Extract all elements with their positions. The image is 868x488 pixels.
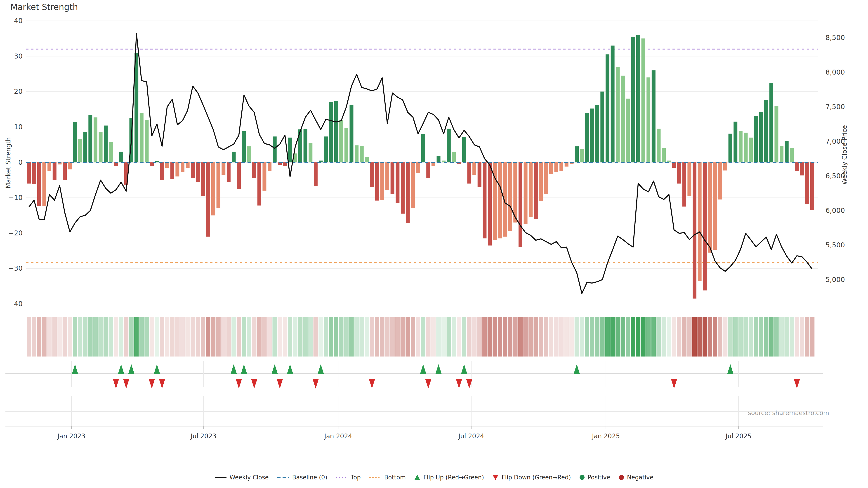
flip-down-marker <box>794 379 800 389</box>
strength-bar <box>692 162 696 299</box>
heatmap-cell <box>662 317 666 357</box>
heatmap-cell <box>605 317 610 357</box>
heatmap-cell <box>98 317 103 357</box>
flip-up-marker <box>154 364 160 374</box>
heatmap-cell <box>298 317 303 357</box>
strength-bar <box>396 162 399 203</box>
strength-bar <box>764 100 768 162</box>
strength-bar <box>273 136 277 162</box>
heatmap-cell <box>375 317 379 357</box>
left-axis-tick: −10 <box>8 194 23 201</box>
heatmap-cell <box>88 317 93 357</box>
strength-bar <box>785 141 789 162</box>
solid-line-swatch <box>215 477 226 478</box>
heatmap-cell <box>32 317 36 357</box>
heatmap-cell <box>549 317 554 357</box>
strength-bar <box>452 152 456 162</box>
strength-bar <box>421 134 425 162</box>
strength-bar <box>94 118 97 162</box>
legend-item-label: Positive <box>588 474 610 481</box>
strength-bar <box>344 128 348 162</box>
strength-bar <box>595 105 599 162</box>
chart-legend: Weekly CloseBaseline (0)TopBottomFlip Up… <box>0 474 868 481</box>
strength-bar <box>488 162 492 246</box>
strength-bar <box>780 146 783 162</box>
heatmap-cell <box>687 317 692 357</box>
heatmap-cell <box>564 317 569 357</box>
strength-bar <box>27 162 31 184</box>
strength-bar <box>181 162 184 172</box>
strength-bar <box>63 162 67 180</box>
strength-bar <box>723 162 727 170</box>
heatmap-cell <box>344 317 349 357</box>
strength-bar <box>104 126 107 162</box>
heatmap-cell <box>600 317 604 357</box>
legend-item: Flip Down (Green→Red) <box>493 474 571 481</box>
heatmap-cell <box>385 317 390 357</box>
heatmap-cell <box>221 317 226 357</box>
right-axis-tick: 8,000 <box>826 68 845 76</box>
strength-bar <box>232 152 236 162</box>
heatmap-cell <box>544 317 548 357</box>
heatmap-cell <box>47 317 52 357</box>
strength-bar <box>268 162 272 171</box>
heatmap-cell <box>278 317 282 357</box>
strength-bar <box>437 156 440 162</box>
heatmap-cell <box>124 317 129 357</box>
strength-bar <box>237 162 241 189</box>
flip-up-marker <box>461 364 467 374</box>
heatmap-cell <box>513 317 518 357</box>
heatmap-cell <box>580 317 584 357</box>
strength-bar <box>575 147 579 162</box>
heatmap-cell <box>175 317 180 357</box>
strength-bar <box>483 162 487 238</box>
strength-bar <box>631 37 635 162</box>
heatmap-cell <box>810 317 815 357</box>
heatmap-cell <box>63 317 67 357</box>
heatmap-cell <box>262 317 267 357</box>
right-axis-tick: 5,500 <box>826 241 845 249</box>
strength-bar <box>565 162 568 167</box>
heatmap-cell <box>800 317 804 357</box>
heatmap-cell <box>743 317 748 357</box>
heatmap-cell <box>329 317 333 357</box>
strength-bar <box>170 162 174 179</box>
strength-bar <box>580 149 584 162</box>
strength-bar <box>739 131 743 162</box>
heatmap-cell <box>636 317 641 357</box>
left-axis-tick: 10 <box>14 123 23 131</box>
heatmap-cell <box>160 317 164 357</box>
heatmap-cell <box>288 317 292 357</box>
flip-down-marker <box>312 379 319 389</box>
heatmap-cell <box>103 317 108 357</box>
heatmap-cell <box>452 317 456 357</box>
strength-bar <box>703 162 707 291</box>
left-axis-tick: −40 <box>8 300 23 308</box>
heatmap-cell <box>140 317 144 357</box>
heatmap-cell <box>150 317 154 357</box>
legend-item: Bottom <box>369 474 406 481</box>
heatmap-cell <box>293 317 298 357</box>
flip-up-marker <box>128 364 134 374</box>
strength-bar <box>48 162 51 171</box>
right-axis-tick: 8,500 <box>826 34 845 41</box>
strength-bar <box>734 122 737 162</box>
strength-bar <box>698 162 702 281</box>
strength-bar <box>759 112 763 162</box>
heatmap-cell <box>493 317 497 357</box>
strength-bar <box>242 131 246 162</box>
heatmap-cell <box>805 317 809 357</box>
strength-bar <box>84 132 87 162</box>
flip-up-marker <box>318 364 324 374</box>
strength-bar <box>549 162 553 174</box>
heatmap-cell <box>155 317 159 357</box>
heatmap-cell <box>216 317 221 357</box>
heatmap-cell <box>283 317 287 357</box>
strength-bar <box>524 162 528 224</box>
legend-item: Baseline (0) <box>277 474 327 481</box>
flip-up-marker <box>118 364 124 374</box>
strength-bar <box>508 162 512 231</box>
flip-up-marker <box>420 364 426 374</box>
heatmap-cell <box>390 317 395 357</box>
strength-bar <box>370 162 374 187</box>
